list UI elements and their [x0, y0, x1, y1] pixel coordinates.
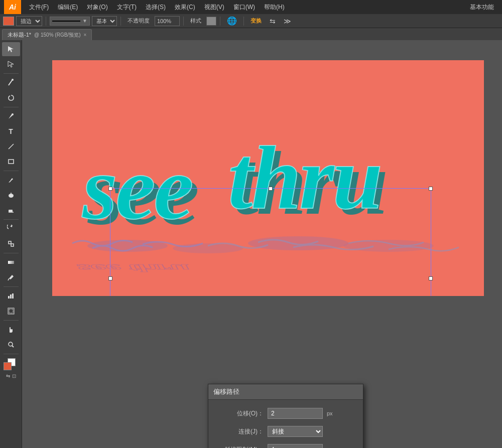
ai-logo: Ai [4, 0, 21, 14]
fill-color[interactable] [3, 17, 14, 26]
menu-edit[interactable]: 编辑(E) [54, 2, 82, 13]
svg-rect-13 [10, 294, 12, 298]
svg-rect-12 [8, 296, 10, 298]
offset-unit: px [327, 410, 333, 416]
svg-point-17 [9, 342, 13, 346]
direct-select-tool[interactable] [2, 57, 20, 71]
pen-tool[interactable] [2, 109, 20, 123]
mode-dropdown[interactable]: 描边 [16, 16, 42, 26]
default-colors-icon[interactable]: ⊡ [12, 373, 16, 379]
tool-sep-3 [4, 171, 19, 171]
toolbar-separator-2 [120, 17, 121, 26]
line-tool[interactable] [2, 139, 20, 154]
artboard: see thru see thru see thru see thru [52, 60, 484, 296]
flip-icon[interactable]: ⇆ [267, 16, 279, 26]
select-tool[interactable] [2, 42, 20, 56]
gradient-tool[interactable] [2, 255, 20, 269]
svg-rect-9 [11, 244, 14, 246]
menu-window[interactable]: 窗口(W) [229, 2, 259, 13]
column-chart-tool[interactable] [2, 289, 20, 303]
svg-text:see thru: see thru [77, 262, 189, 274]
miter-input[interactable] [268, 444, 323, 448]
toolbar-separator-5 [243, 17, 244, 26]
svg-rect-14 [12, 293, 14, 298]
menu-object[interactable]: 对象(O) [83, 2, 111, 13]
magic-wand-tool[interactable] [2, 76, 20, 90]
style-swatch[interactable] [206, 17, 216, 26]
blob-brush-tool[interactable] [2, 188, 20, 202]
more-icon[interactable]: ≫ [281, 16, 294, 26]
menu-bar: 文件(F) 编辑(E) 对象(O) 文字(T) 选择(S) 效果(C) 视图(V… [25, 2, 498, 13]
menu-help[interactable]: 帮助(H) [260, 2, 289, 13]
swap-colors-icon[interactable]: ⇆ [6, 373, 10, 379]
offset-row: 位移(O)： px [218, 408, 353, 419]
style-label: 样式 [187, 16, 204, 26]
tab-close-button[interactable]: × [83, 32, 86, 38]
left-toolbox: T [0, 40, 22, 448]
tool-sep-4 [4, 219, 19, 220]
svg-line-11 [8, 278, 9, 280]
menu-select[interactable]: 选择(S) [142, 2, 170, 13]
svg-rect-10 [8, 261, 14, 264]
menu-view[interactable]: 视图(V) [200, 2, 228, 13]
dialog-body: 位移(O)： px 连接(J)： 斜接 圆角 斜切 斜接限制(M)： [208, 400, 363, 448]
menu-effect[interactable]: 效果(C) [171, 2, 199, 13]
tool-sep-6 [4, 286, 19, 287]
miter-label: 斜接限制(M)： [218, 445, 264, 449]
artboard-tool[interactable] [2, 304, 20, 318]
type-tool[interactable]: T [2, 124, 20, 138]
svg-line-0 [9, 80, 12, 85]
menu-file[interactable]: 文件(F) [25, 2, 53, 13]
hand-tool[interactable] [2, 323, 20, 337]
join-select[interactable]: 斜接 圆角 斜切 [268, 426, 323, 437]
stroke-style-dropdown[interactable]: 基本 [92, 16, 117, 26]
brush-tool[interactable] [2, 173, 20, 187]
scale-tool[interactable] [2, 237, 20, 251]
tool-sep-bottom [4, 354, 19, 354]
tab-subtitle: @ 150% (RGB/预览) [34, 32, 80, 39]
title-bar: Ai 文件(F) 编辑(E) 对象(O) 文字(T) 选择(S) 效果(C) 视… [0, 0, 502, 14]
svg-line-3 [9, 144, 14, 149]
svg-point-2 [12, 113, 14, 115]
offset-label: 位移(O)： [218, 409, 264, 418]
eyedropper-tool[interactable] [2, 270, 20, 284]
join-row: 连接(J)： 斜接 圆角 斜切 [218, 426, 353, 437]
tab-bar: 未标题-1* @ 150% (RGB/预览) × [0, 28, 502, 40]
zoom-tool[interactable] [2, 338, 20, 352]
tab-title: 未标题-1* [8, 31, 31, 39]
svg-text:thru: thru [228, 128, 381, 228]
svg-line-18 [12, 346, 14, 347]
svg-point-5 [9, 194, 14, 198]
toolbar-separator-3 [183, 17, 184, 26]
join-label: 连接(J)： [218, 427, 264, 436]
workspace-label: 基本功能 [470, 3, 494, 12]
shape-tool[interactable] [2, 155, 20, 169]
lasso-tool[interactable] [2, 91, 20, 105]
offset-input[interactable] [268, 408, 323, 419]
tool-sep-1 [4, 73, 19, 74]
stroke-line [52, 21, 80, 22]
main-area: T [0, 40, 502, 448]
stroke-selector[interactable]: ▼ [50, 17, 90, 26]
tool-sep-5 [4, 253, 19, 253]
opacity-label: 不透明度 [124, 16, 153, 26]
svg-rect-4 [9, 160, 14, 164]
menu-text[interactable]: 文字(T) [113, 2, 141, 13]
globe-icon[interactable]: 🌐 [224, 15, 240, 27]
tool-sep-2 [4, 107, 19, 107]
fill-color-box[interactable] [4, 362, 12, 370]
transform-label[interactable]: 变换 [247, 16, 265, 26]
eraser-tool[interactable] [2, 203, 20, 217]
tool-sep-7 [4, 320, 19, 321]
color-controls [4, 358, 19, 371]
canvas-area[interactable]: see thru see thru see thru see thru [22, 40, 502, 448]
svg-point-22 [248, 236, 348, 250]
offset-path-dialog: 偏移路径 位移(O)： px 连接(J)： 斜接 圆角 斜切 斜接限制(M)： [208, 384, 363, 448]
rotate-tool[interactable] [2, 222, 20, 236]
toolbar: 描边 ▼ 基本 不透明度 样式 🌐 变换 ⇆ ≫ [0, 14, 502, 28]
opacity-input[interactable] [155, 16, 180, 26]
svg-rect-16 [9, 309, 13, 313]
dialog-title[interactable]: 偏移路径 [208, 384, 363, 400]
swap-default-icons: ⇆ ⊡ [6, 373, 16, 379]
document-tab[interactable]: 未标题-1* @ 150% (RGB/预览) × [2, 29, 92, 40]
